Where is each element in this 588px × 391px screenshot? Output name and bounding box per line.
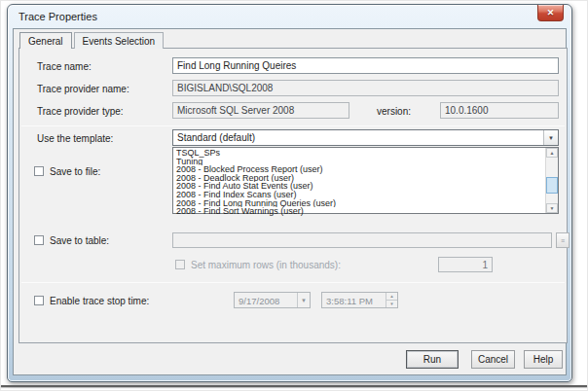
date-dropdown-button: ▼ — [297, 293, 310, 307]
template-option-8[interactable]: 2008 - Find Sort Warnings (user) — [173, 207, 545, 216]
stop-date-picker: 9/17/2008 ▼ — [234, 292, 311, 308]
tab-general[interactable]: General — [19, 32, 72, 49]
version-label: version: — [377, 106, 411, 117]
template-option-5[interactable]: 2008 - Find Auto Stat Events (user) — [173, 182, 545, 191]
enable-stop-time-label: Enable trace stop time: — [50, 296, 149, 306]
template-option-1[interactable]: TSQL_SPs — [173, 149, 545, 158]
screenshot-canvas: Trace Properties ✕ General Events Select… — [0, 0, 588, 391]
template-option-7[interactable]: 2008 - Find Long Running Queries (user) — [173, 199, 545, 208]
combo-dropdown-button[interactable]: ▼ — [543, 130, 558, 145]
page-divider — [1, 385, 587, 387]
set-max-rows-checkbox — [175, 260, 185, 269]
trace-name-label: Trace name: — [37, 61, 92, 72]
trace-properties-dialog: Trace Properties ✕ General Events Select… — [7, 4, 572, 382]
template-option-2[interactable]: Tuning — [173, 158, 545, 166]
scrollbar-thumb[interactable] — [546, 177, 558, 194]
run-button[interactable]: Run — [406, 350, 459, 369]
stop-date-value: 9/17/2008 — [239, 296, 279, 306]
trace-name-input[interactable]: Find Long Running Queires — [172, 57, 559, 74]
stop-time-value: 3:58:11 PM — [326, 296, 373, 306]
max-rows-field: 1 — [438, 257, 493, 272]
enable-stop-time-checkbox[interactable] — [34, 296, 44, 305]
scroll-up-button[interactable]: ▲ — [546, 148, 558, 158]
table-browse-icon: ≡ — [561, 237, 565, 244]
save-to-table-field — [172, 232, 552, 248]
template-combobox[interactable]: Standard (default) ▼ — [172, 129, 559, 146]
scroll-up-icon: ▲ — [550, 151, 555, 156]
tab-strip: General Events Selection — [19, 32, 165, 49]
template-selected-value: Standard (default) — [177, 132, 255, 143]
use-template-label: Use the template: — [37, 133, 113, 144]
save-to-file-checkbox[interactable] — [34, 166, 44, 176]
spin-down-icon: ▼ — [386, 301, 397, 308]
chevron-down-icon: ▼ — [548, 135, 554, 141]
help-button[interactable]: Help — [524, 350, 563, 369]
trace-provider-type-label: Trace provider type: — [37, 106, 124, 117]
trace-provider-name-field: BIGISLAND\SQL2008 — [172, 80, 559, 96]
stop-time-picker: 3:58:11 PM ▲ ▼ — [321, 292, 398, 308]
titlebar[interactable]: Trace Properties ✕ — [8, 5, 571, 28]
template-option-6[interactable]: 2008 - Find Index Scans (user) — [173, 191, 545, 199]
scroll-down-icon: ▼ — [550, 206, 555, 211]
close-button[interactable]: ✕ — [537, 5, 564, 21]
set-max-rows-label: Set maximum rows (in thousands): — [191, 260, 341, 270]
scroll-down-button[interactable]: ▼ — [546, 203, 558, 213]
save-to-table-label: Save to table: — [50, 235, 109, 246]
separator — [21, 125, 565, 126]
spin-up-icon: ▲ — [386, 293, 397, 301]
save-to-table-checkbox[interactable] — [34, 235, 44, 245]
trace-provider-type-field: Microsoft SQL Server 2008 — [172, 102, 349, 119]
cancel-button[interactable]: Cancel — [471, 350, 515, 369]
separator — [21, 282, 565, 283]
save-to-file-label: Save to file: — [50, 166, 100, 177]
template-option-4[interactable]: 2008 - Deadlock Report (user) — [173, 174, 545, 183]
version-field: 10.0.1600 — [440, 102, 559, 119]
time-spinner: ▲ ▼ — [386, 293, 397, 307]
general-tab-page: Trace name: Find Long Running Queires Tr… — [18, 48, 568, 343]
window-title: Trace Properties — [18, 11, 97, 22]
browse-table-button: ≡ — [556, 232, 570, 248]
dropdown-scrollbar[interactable]: ▲ ▼ — [545, 148, 558, 213]
template-option-group: TSQL_SPs Tuning 2008 - Blocked Process R… — [173, 149, 545, 216]
close-icon: ✕ — [547, 9, 555, 18]
dialog-body: General Events Selection Trace name: Fin… — [13, 28, 567, 375]
trace-provider-name-label: Trace provider name: — [37, 84, 129, 94]
template-option-3[interactable]: 2008 - Blocked Process Report (user) — [173, 165, 545, 174]
tab-events-selection[interactable]: Events Selection — [74, 32, 165, 49]
template-dropdown-list: TSQL_SPs Tuning 2008 - Blocked Process R… — [172, 147, 559, 214]
chevron-down-icon: ▼ — [301, 298, 307, 303]
